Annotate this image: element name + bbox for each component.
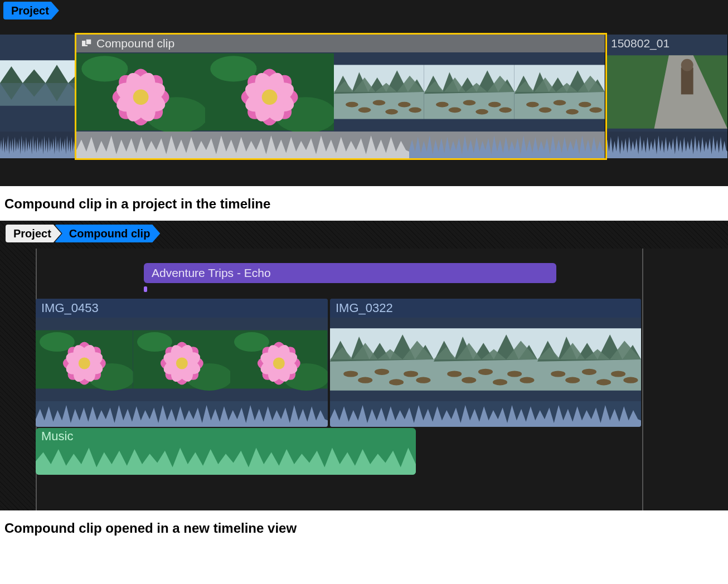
clip-thumbnail [0,35,76,132]
figure-caption-top: Compound clip in a project in the timeli… [0,186,728,221]
clip-thumbnail [605,52,727,132]
clip-thumbnail [330,318,434,401]
audio-waveform [76,132,605,158]
figure-caption-bottom: Compound clip opened in a new timeline v… [0,510,728,545]
compound-clip-icon [82,39,92,48]
audio-clip-music[interactable]: Music [36,428,416,475]
audio-waveform [0,132,76,158]
video-clip-img-0322[interactable]: IMG_0322 [330,299,641,427]
clip-title: Music [41,429,73,444]
clip-thumbnail [76,52,205,132]
breadcrumb-item-project[interactable]: Project [3,2,59,20]
clip-title: IMG_0453 [41,301,99,315]
clip-thumbnail [537,318,641,401]
timeline-compound-open-view: Project Compound clip Adventure Trips - … [0,221,728,510]
breadcrumb: Project [0,0,728,21]
clip-title: 150802_01 [611,37,669,50]
timeline-compound-clip[interactable]: Compound clip [76,35,605,158]
audio-waveform [330,401,641,427]
timeline-clip-right[interactable]: 150802_01 [605,35,728,158]
title-clip-label: Adventure Trips - Echo [152,266,271,280]
timeline-clip-left[interactable] [0,35,76,158]
audio-waveform [36,445,416,475]
title-clip[interactable]: Adventure Trips - Echo [144,263,556,283]
breadcrumb-item-compound-clip[interactable]: Compound clip [55,225,161,242]
clip-thumbnail [434,318,537,401]
breadcrumb: Project Compound clip [0,221,728,244]
audio-waveform [36,401,328,427]
clip-thumbnail [36,318,133,401]
svg-rect-26 [86,39,91,45]
clip-thumbnail [205,52,334,132]
breadcrumb-item-project[interactable]: Project [6,225,61,242]
timeline-project-view: Project Compound clip [0,0,728,186]
clip-title: IMG_0322 [336,301,393,315]
title-marker [144,286,147,292]
clip-thumbnail [133,318,231,401]
clip-thumbnail [334,52,424,132]
audio-waveform [605,132,727,158]
video-clip-img-0453[interactable]: IMG_0453 [36,299,328,427]
clip-thumbnail [515,52,605,132]
clip-thumbnail [424,52,515,132]
clip-thumbnail [230,318,328,401]
clip-title: Compound clip [96,37,174,50]
